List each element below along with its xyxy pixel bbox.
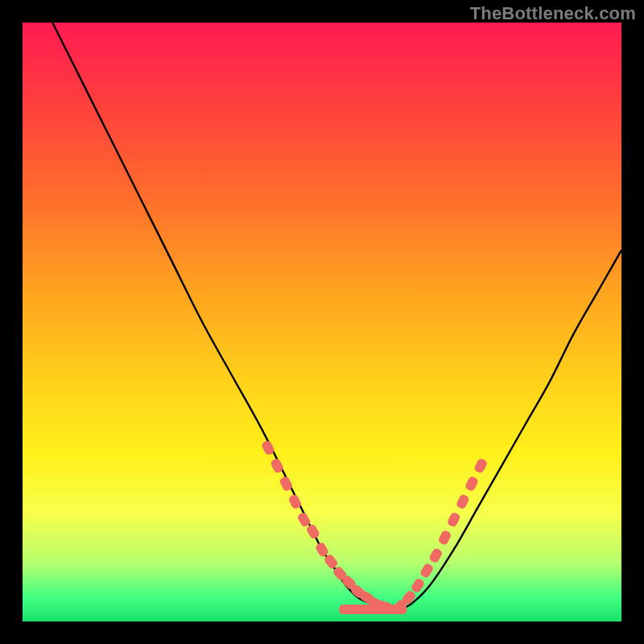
highlight-dot <box>473 457 488 474</box>
highlight-dot <box>410 577 425 594</box>
series-right-highlight-dots <box>391 457 488 614</box>
highlight-dot <box>437 530 452 547</box>
left-curve-path <box>52 23 382 609</box>
highlight-dot <box>464 476 479 493</box>
highlight-dot <box>447 511 461 528</box>
chart-container: TheBottleneck.com <box>0 0 644 644</box>
chart-svg-layer <box>23 23 621 621</box>
highlight-dot <box>419 562 435 579</box>
highlight-dot <box>428 547 444 564</box>
series-left-curve <box>52 23 382 609</box>
series-left-highlight-dots <box>261 440 393 613</box>
highlight-dot <box>314 541 329 558</box>
highlight-dot <box>456 493 470 510</box>
watermark-text: TheBottleneck.com <box>470 3 636 24</box>
highlight-dot <box>305 523 320 540</box>
